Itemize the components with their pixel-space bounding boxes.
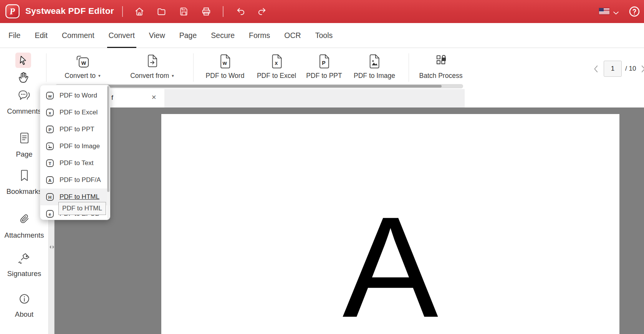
open-folder-button[interactable] xyxy=(156,6,167,17)
pdf-to-html-icon: H xyxy=(45,192,55,202)
app-title: Systweak PDF Editor xyxy=(25,6,114,16)
redo-icon xyxy=(257,7,267,17)
dropdown-item-pdf-to-excel[interactable]: xPDF to Excel xyxy=(40,104,110,121)
chevron-down-icon xyxy=(613,11,619,15)
convert-from-icon xyxy=(146,54,159,69)
pdf-page: A xyxy=(161,114,619,334)
convert-to-label: Convert to xyxy=(65,72,96,80)
menu-item-edit[interactable]: Edit xyxy=(35,23,48,48)
toolbar-button-pdf-to-image[interactable]: PDF to Image xyxy=(354,54,395,80)
flag-canton xyxy=(599,8,604,12)
svg-text:P: P xyxy=(322,60,325,66)
cursor-icon xyxy=(19,55,28,66)
splitter-handle-icon[interactable] xyxy=(49,244,55,250)
select-tool-button[interactable] xyxy=(15,53,31,68)
next-page-button[interactable] xyxy=(641,65,644,74)
close-tab-icon[interactable]: ✕ xyxy=(151,94,156,101)
page-icon xyxy=(18,132,31,147)
menu-item-convert[interactable]: Convert xyxy=(109,23,135,48)
toolbar-divider xyxy=(193,53,194,82)
svg-text:P: P xyxy=(48,127,51,132)
svg-text:A: A xyxy=(48,178,51,183)
dropdown-item-pdf-to-image[interactable]: PDF to Image xyxy=(40,138,110,155)
undo-icon xyxy=(236,7,246,17)
titlebar-divider xyxy=(223,6,223,17)
toolbar-button-label: PDF to Excel xyxy=(257,72,296,80)
convert-to-dropdown-menu: wPDF to WordxPDF to ExcelPPDF to PPTPDF … xyxy=(40,85,110,220)
sidebar-item-label: Signatures xyxy=(7,270,41,278)
current-page-value: 1 xyxy=(611,65,614,73)
previous-page-button[interactable] xyxy=(594,65,598,74)
toolbar-scrollbar-thumb[interactable] xyxy=(58,85,442,88)
undo-button[interactable] xyxy=(235,6,246,17)
menu-item-page[interactable]: Page xyxy=(179,23,197,48)
home-icon xyxy=(134,7,144,17)
menu-item-view[interactable]: View xyxy=(149,23,165,48)
redo-button[interactable] xyxy=(257,6,267,17)
convert-from-dropdown-button[interactable]: Convert from▾ xyxy=(130,54,174,80)
language-flag-us[interactable] xyxy=(599,8,609,15)
batch-process-label: Batch Process xyxy=(419,72,463,80)
app-logo-letter: P xyxy=(10,6,16,17)
pdf-to-pdf-a-icon: A xyxy=(45,175,55,185)
pdf-to-excel-icon: x xyxy=(45,108,55,117)
comments-icon xyxy=(17,89,32,104)
toolbar-divider xyxy=(409,53,409,82)
caret-down-icon: ▾ xyxy=(172,73,174,78)
toolbar-scrollbar-track xyxy=(55,84,463,88)
current-page-input[interactable]: 1 xyxy=(604,61,622,77)
toolbar-button-label: PDF to Image xyxy=(354,72,395,80)
print-icon xyxy=(201,7,211,17)
svg-text:H: H xyxy=(48,195,51,200)
convert-from-label: Convert from xyxy=(130,72,169,80)
print-button[interactable] xyxy=(201,6,212,17)
titlebar: P Systweak PDF Editor xyxy=(0,0,644,23)
sidebar-item-signatures[interactable]: Signatures xyxy=(0,252,48,278)
pdf-to-ppt-icon: P xyxy=(45,125,55,134)
toolbar-button-pdf-to-word[interactable]: wPDF to Word xyxy=(206,54,245,80)
dropdown-item-label: PDF to Word xyxy=(60,92,97,99)
page-count: / 10 xyxy=(625,65,636,73)
batch-process-button[interactable]: Batch Process xyxy=(419,54,463,80)
dropdown-scrollbar-thumb[interactable] xyxy=(107,86,109,192)
menu-item-forms[interactable]: Forms xyxy=(249,23,270,48)
about-icon xyxy=(18,293,31,307)
svg-text:x: x xyxy=(49,111,51,115)
help-button[interactable] xyxy=(629,6,640,17)
dropdown-item-label: PDF to PDF/A xyxy=(60,176,101,184)
dropdown-item-pdf-to-word[interactable]: wPDF to Word xyxy=(40,87,110,104)
folder-icon xyxy=(157,7,167,17)
pdf-to-epub-icon: e xyxy=(45,209,55,218)
menu-item-file[interactable]: File xyxy=(8,23,20,48)
toolbar: w Convert to▾ Convert from▾ wPDF to Word… xyxy=(0,48,644,89)
language-selector[interactable] xyxy=(613,10,619,17)
tooltip: PDF to HTML xyxy=(58,202,106,215)
dropdown-item-label: PDF to PPT xyxy=(60,126,94,133)
signatures-icon xyxy=(17,252,31,266)
chevron-right-icon xyxy=(641,65,644,73)
titlebar-divider xyxy=(122,6,123,17)
convert-to-dropdown-button[interactable]: w Convert to▾ xyxy=(65,54,100,80)
save-button[interactable] xyxy=(179,6,189,17)
pdf-to-excel-icon: x xyxy=(270,54,283,69)
document-tab-label: f xyxy=(111,94,113,102)
dropdown-item-label: PDF to Text xyxy=(60,159,94,167)
dropdown-item-pdf-to-pdf-a[interactable]: APDF to PDF/A xyxy=(40,172,110,188)
svg-text:w: w xyxy=(222,60,227,66)
menu-item-secure[interactable]: Secure xyxy=(211,23,235,48)
toolbar-button-label: PDF to Word xyxy=(206,72,245,80)
menu-item-ocr[interactable]: OCR xyxy=(284,23,301,48)
sidebar-item-about[interactable]: About xyxy=(0,293,48,319)
dropdown-item-pdf-to-ppt[interactable]: PPDF to PPT xyxy=(40,121,110,138)
sidebar-item-label: About xyxy=(15,310,33,319)
menu-item-comment[interactable]: Comment xyxy=(62,23,94,48)
dropdown-item-pdf-to-text[interactable]: TPDF to Text xyxy=(40,155,110,172)
toolbar-divider xyxy=(46,53,46,82)
hand-tool-button[interactable] xyxy=(17,71,29,85)
toolbar-button-pdf-to-ppt[interactable]: PPDF to PPT xyxy=(306,54,342,80)
save-icon xyxy=(179,7,189,17)
home-button[interactable] xyxy=(134,6,145,17)
toolbar-button-pdf-to-excel[interactable]: xPDF to Excel xyxy=(257,54,296,80)
svg-text:w: w xyxy=(81,60,86,66)
menu-item-tools[interactable]: Tools xyxy=(315,23,333,48)
